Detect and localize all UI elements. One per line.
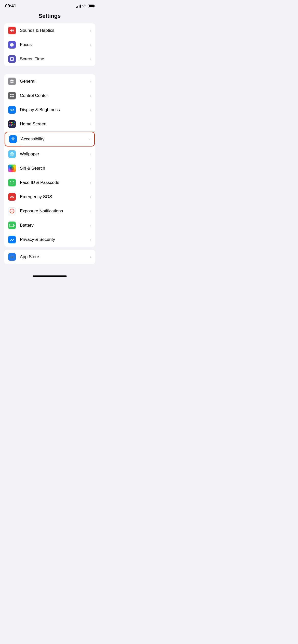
sounds-haptics-icon [8, 27, 16, 34]
status-icons [76, 4, 94, 8]
settings-group-2: General › Control Center › AA Display & … [4, 74, 95, 247]
screen-time-icon [8, 55, 16, 63]
wallpaper-label: Wallpaper [20, 152, 90, 157]
settings-group-3: App Store › [4, 250, 95, 264]
wallpaper-icon [8, 150, 16, 158]
settings-row-sounds-haptics[interactable]: Sounds & Haptics › [4, 23, 95, 38]
accessibility-chevron: › [89, 137, 90, 141]
status-time: 09:41 [5, 4, 16, 9]
svg-rect-13 [11, 125, 12, 126]
svg-rect-0 [10, 94, 11, 95]
svg-rect-7 [14, 122, 15, 123]
siri-search-chevron: › [90, 166, 91, 170]
exposure-label: Exposure Notifications [20, 209, 90, 214]
svg-rect-1 [12, 94, 14, 95]
app-store-label: App Store [20, 254, 90, 259]
settings-row-emergency-sos[interactable]: SOS Emergency SOS › [4, 190, 95, 204]
display-brightness-icon: AA [8, 106, 16, 114]
settings-row-battery[interactable]: Battery › [4, 218, 95, 232]
home-screen-label: Home Screen [20, 122, 90, 127]
svg-rect-11 [14, 124, 15, 125]
battery-icon [8, 222, 16, 229]
settings-row-control-center[interactable]: Control Center › [4, 89, 95, 103]
display-brightness-label: Display & Brightness [20, 107, 90, 112]
home-bar [33, 275, 67, 277]
emergency-sos-label: Emergency SOS [20, 194, 90, 199]
settings-row-general[interactable]: General › [4, 74, 95, 89]
privacy-security-icon [8, 236, 16, 243]
app-store-chevron: › [90, 255, 91, 259]
home-screen-chevron: › [90, 122, 91, 126]
status-bar: 09:41 [0, 0, 99, 11]
svg-rect-4 [9, 122, 10, 123]
face-id-label: Face ID & Passcode [20, 180, 90, 185]
siri-search-label: Siri & Search [20, 166, 90, 171]
svg-rect-10 [12, 124, 13, 125]
svg-rect-18 [10, 224, 13, 227]
battery-label: Battery [20, 223, 90, 228]
focus-chevron: › [90, 43, 91, 47]
settings-row-exposure[interactable]: Exposure Notifications › [4, 204, 95, 218]
screen-time-label: Screen Time [20, 56, 90, 62]
settings-row-app-store[interactable]: App Store › [4, 250, 95, 264]
face-id-chevron: › [90, 181, 91, 185]
settings-row-display-brightness[interactable]: AA Display & Brightness › [4, 103, 95, 117]
privacy-security-chevron: › [90, 238, 91, 242]
accessibility-icon [9, 135, 17, 143]
battery-chevron: › [90, 223, 91, 227]
face-id-icon [8, 179, 16, 186]
svg-rect-8 [9, 124, 10, 125]
wifi-icon [82, 4, 86, 8]
settings-row-siri-search[interactable]: Siri & Search › [4, 161, 95, 175]
home-screen-icon [8, 120, 16, 128]
settings-row-focus[interactable]: Focus › [4, 38, 95, 52]
sounds-haptics-label: Sounds & Haptics [20, 28, 90, 33]
emergency-sos-chevron: › [90, 195, 91, 199]
general-label: General [20, 79, 90, 84]
settings-row-home-screen[interactable]: Home Screen › [4, 117, 95, 131]
exposure-icon [8, 207, 16, 215]
general-chevron: › [90, 79, 91, 83]
screen-time-chevron: › [90, 57, 91, 61]
svg-rect-3 [12, 96, 14, 97]
app-store-icon [8, 253, 16, 261]
svg-rect-9 [11, 124, 12, 125]
control-center-icon [8, 92, 16, 99]
privacy-security-label: Privacy & Security [20, 237, 90, 242]
svg-rect-12 [9, 125, 10, 126]
settings-group-1: Sounds & Haptics › Focus › Screen Time › [4, 23, 95, 66]
control-center-label: Control Center [20, 93, 90, 98]
siri-icon [8, 165, 16, 172]
display-brightness-chevron: › [90, 108, 91, 112]
page-title-container: Settings [0, 11, 99, 23]
page-title: Settings [5, 13, 94, 19]
svg-rect-2 [10, 96, 11, 97]
svg-rect-5 [11, 122, 12, 123]
battery-status-icon [88, 5, 94, 8]
accessibility-label: Accessibility [21, 137, 89, 142]
sounds-haptics-chevron: › [90, 28, 91, 33]
exposure-chevron: › [90, 209, 91, 213]
focus-label: Focus [20, 42, 90, 47]
control-center-chevron: › [90, 94, 91, 98]
home-bar-container [0, 269, 99, 283]
settings-row-face-id[interactable]: Face ID & Passcode › [4, 175, 95, 190]
focus-icon [8, 41, 16, 49]
settings-row-privacy-security[interactable]: Privacy & Security › [4, 232, 95, 247]
settings-row-accessibility[interactable]: Accessibility › [5, 132, 95, 147]
svg-rect-19 [14, 225, 15, 226]
general-icon [8, 78, 16, 85]
svg-rect-6 [12, 122, 13, 123]
settings-row-screen-time[interactable]: Screen Time › [4, 52, 95, 66]
emergency-sos-icon: SOS [8, 193, 16, 201]
svg-point-14 [12, 137, 13, 138]
wallpaper-chevron: › [90, 152, 91, 156]
settings-row-wallpaper[interactable]: Wallpaper › [4, 147, 95, 161]
signal-icon [76, 5, 81, 8]
svg-point-16 [12, 153, 12, 154]
